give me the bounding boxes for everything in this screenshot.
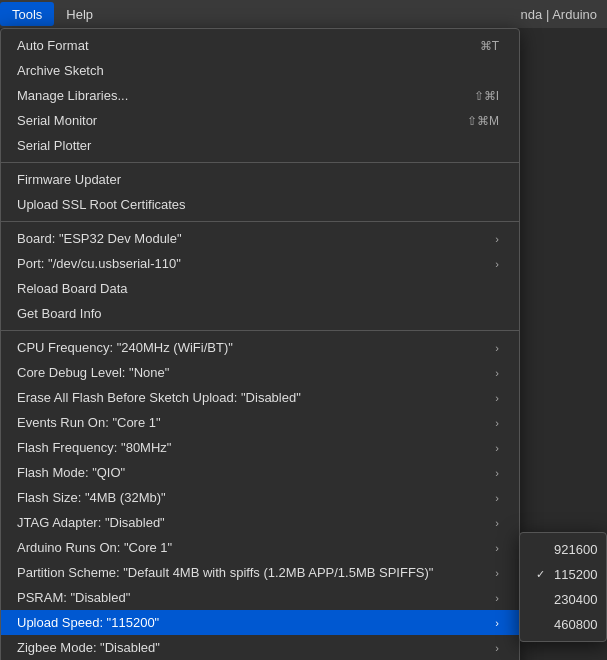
menu-item-serial-monitor[interactable]: Serial Monitor⇧⌘M <box>1 108 519 133</box>
menu-item-label-partition-scheme: Partition Scheme: "Default 4MB with spif… <box>17 565 433 580</box>
submenu-item-115200[interactable]: ✓115200 <box>520 562 606 587</box>
menu-item-erase-flash[interactable]: Erase All Flash Before Sketch Upload: "D… <box>1 385 519 410</box>
menu-item-firmware-updater[interactable]: Firmware Updater <box>1 167 519 192</box>
menu-item-flash-frequency[interactable]: Flash Frequency: "80MHz"› <box>1 435 519 460</box>
menubar-tools-label: Tools <box>12 7 42 22</box>
checkmark-115200: ✓ <box>536 568 548 581</box>
menu-item-board[interactable]: Board: "ESP32 Dev Module"› <box>1 226 519 251</box>
submenu-upload-speed: 921600✓115200230400460800 <box>519 532 607 642</box>
chevron-icon-partition-scheme: › <box>495 567 499 579</box>
shortcut-auto-format: ⌘T <box>480 39 499 53</box>
submenu-label-230400: 230400 <box>554 592 597 607</box>
chevron-icon-flash-mode: › <box>495 467 499 479</box>
menu-item-label-auto-format: Auto Format <box>17 38 89 53</box>
menu-item-label-upload-ssl: Upload SSL Root Certificates <box>17 197 186 212</box>
menu-item-cpu-frequency[interactable]: CPU Frequency: "240MHz (WiFi/BT)"› <box>1 335 519 360</box>
menu-item-label-zigbee-mode: Zigbee Mode: "Disabled" <box>17 640 160 655</box>
menu-item-reload-board[interactable]: Reload Board Data <box>1 276 519 301</box>
menu-item-flash-size[interactable]: Flash Size: "4MB (32Mb)"› <box>1 485 519 510</box>
separator-after-get-board-info <box>1 330 519 331</box>
chevron-icon-flash-frequency: › <box>495 442 499 454</box>
menu-item-label-flash-frequency: Flash Frequency: "80MHz" <box>17 440 171 455</box>
menu-item-label-firmware-updater: Firmware Updater <box>17 172 121 187</box>
menu-item-upload-ssl[interactable]: Upload SSL Root Certificates <box>1 192 519 217</box>
menubar-help[interactable]: Help <box>54 2 105 26</box>
menu-item-label-reload-board: Reload Board Data <box>17 281 128 296</box>
dropdown-area: Auto Format⌘TArchive SketchManage Librar… <box>0 28 607 660</box>
menu-item-label-upload-speed: Upload Speed: "115200" <box>17 615 159 630</box>
chevron-icon-cpu-frequency: › <box>495 342 499 354</box>
menu-item-port[interactable]: Port: "/dev/cu.usbserial-110"› <box>1 251 519 276</box>
menu-item-label-archive-sketch: Archive Sketch <box>17 63 104 78</box>
menu-item-label-erase-flash: Erase All Flash Before Sketch Upload: "D… <box>17 390 301 405</box>
menu-item-get-board-info[interactable]: Get Board Info <box>1 301 519 326</box>
menu-item-psram[interactable]: PSRAM: "Disabled"› <box>1 585 519 610</box>
chevron-icon-core-debug: › <box>495 367 499 379</box>
menu-item-label-events-run: Events Run On: "Core 1" <box>17 415 161 430</box>
chevron-icon-psram: › <box>495 592 499 604</box>
menubar: Tools Help nda | Arduino <box>0 0 607 28</box>
menu-item-archive-sketch[interactable]: Archive Sketch <box>1 58 519 83</box>
menu-item-label-psram: PSRAM: "Disabled" <box>17 590 130 605</box>
title-bar-right: nda | Arduino <box>521 0 607 28</box>
submenu-item-230400[interactable]: 230400 <box>520 587 606 612</box>
chevron-icon-upload-speed: › <box>495 617 499 629</box>
menu-item-label-manage-libraries: Manage Libraries... <box>17 88 128 103</box>
menu-item-serial-plotter[interactable]: Serial Plotter <box>1 133 519 158</box>
menubar-help-label: Help <box>66 7 93 22</box>
menu-item-label-serial-plotter: Serial Plotter <box>17 138 91 153</box>
menu-item-arduino-runs[interactable]: Arduino Runs On: "Core 1"› <box>1 535 519 560</box>
chevron-icon-events-run: › <box>495 417 499 429</box>
chevron-icon-erase-flash: › <box>495 392 499 404</box>
primary-menu: Auto Format⌘TArchive SketchManage Librar… <box>0 28 520 660</box>
chevron-icon-arduino-runs: › <box>495 542 499 554</box>
menu-item-core-debug[interactable]: Core Debug Level: "None"› <box>1 360 519 385</box>
menu-item-flash-mode[interactable]: Flash Mode: "QIO"› <box>1 460 519 485</box>
shortcut-serial-monitor: ⇧⌘M <box>467 114 499 128</box>
menu-item-label-core-debug: Core Debug Level: "None" <box>17 365 169 380</box>
submenu-item-460800[interactable]: 460800 <box>520 612 606 637</box>
separator-after-upload-ssl <box>1 221 519 222</box>
menubar-tools[interactable]: Tools <box>0 2 54 26</box>
submenu-label-115200: 115200 <box>554 567 597 582</box>
menu-item-label-jtag-adapter: JTAG Adapter: "Disabled" <box>17 515 165 530</box>
menu-item-partition-scheme[interactable]: Partition Scheme: "Default 4MB with spif… <box>1 560 519 585</box>
chevron-icon-zigbee-mode: › <box>495 642 499 654</box>
menu-item-label-flash-mode: Flash Mode: "QIO" <box>17 465 125 480</box>
submenu-item-921600[interactable]: 921600 <box>520 537 606 562</box>
menu-item-label-flash-size: Flash Size: "4MB (32Mb)" <box>17 490 166 505</box>
shortcut-manage-libraries: ⇧⌘I <box>474 89 499 103</box>
menu-item-label-cpu-frequency: CPU Frequency: "240MHz (WiFi/BT)" <box>17 340 233 355</box>
separator-after-serial-plotter <box>1 162 519 163</box>
title-right-text: nda | Arduino <box>521 7 597 22</box>
menu-item-label-get-board-info: Get Board Info <box>17 306 102 321</box>
menu-item-label-arduino-runs: Arduino Runs On: "Core 1" <box>17 540 172 555</box>
chevron-icon-port: › <box>495 258 499 270</box>
menu-item-manage-libraries[interactable]: Manage Libraries...⇧⌘I <box>1 83 519 108</box>
submenu-label-460800: 460800 <box>554 617 597 632</box>
submenu-label-921600: 921600 <box>554 542 597 557</box>
menu-item-upload-speed[interactable]: Upload Speed: "115200"› <box>1 610 519 635</box>
menu-item-label-board: Board: "ESP32 Dev Module" <box>17 231 182 246</box>
menu-item-label-port: Port: "/dev/cu.usbserial-110" <box>17 256 181 271</box>
chevron-icon-board: › <box>495 233 499 245</box>
menu-item-jtag-adapter[interactable]: JTAG Adapter: "Disabled"› <box>1 510 519 535</box>
chevron-icon-jtag-adapter: › <box>495 517 499 529</box>
menu-item-auto-format[interactable]: Auto Format⌘T <box>1 33 519 58</box>
menu-item-zigbee-mode[interactable]: Zigbee Mode: "Disabled"› <box>1 635 519 660</box>
menu-item-events-run[interactable]: Events Run On: "Core 1"› <box>1 410 519 435</box>
chevron-icon-flash-size: › <box>495 492 499 504</box>
menu-item-label-serial-monitor: Serial Monitor <box>17 113 97 128</box>
